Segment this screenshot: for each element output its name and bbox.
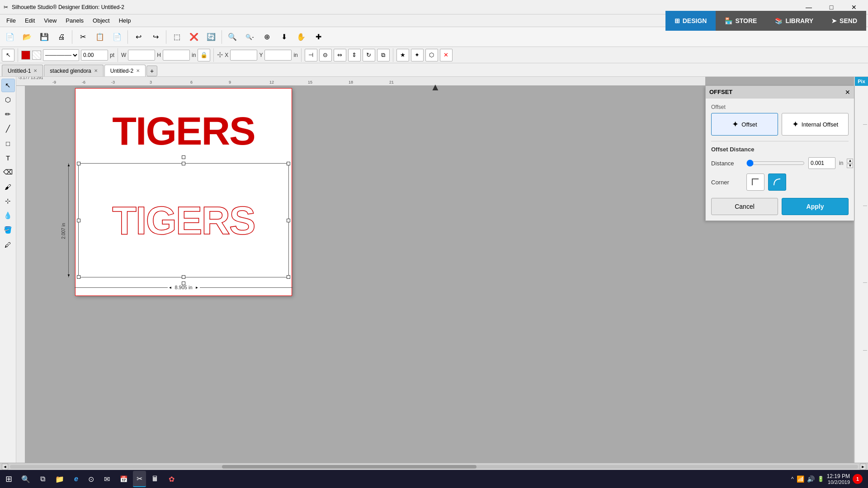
scroll-right-button[interactable]: ► — [860, 464, 866, 470]
pen-tool[interactable]: 🖊 — [1, 238, 15, 251]
horizontal-scrollbar[interactable]: ◄ ► — [0, 463, 868, 470]
tab-send[interactable]: ➤ SEND — [822, 11, 866, 31]
silhouette-button[interactable]: ✂ — [133, 471, 146, 487]
cancel-button[interactable]: Cancel — [711, 198, 778, 215]
group-button[interactable]: ⬚ — [169, 29, 185, 45]
delete-button[interactable]: ❌ — [186, 29, 202, 45]
height-input[interactable]: 2.005 — [163, 50, 190, 61]
distance-up-button[interactable]: ▲ — [847, 159, 853, 163]
save-button[interactable]: 💾 — [36, 29, 52, 45]
menu-edit[interactable]: Edit — [20, 15, 39, 26]
handle-rotate-top[interactable] — [182, 155, 185, 159]
flip-h-button[interactable]: ⇔ — [334, 49, 346, 61]
calendar-button[interactable]: 📅 — [115, 471, 132, 487]
node-tool[interactable]: ⬡ — [1, 93, 15, 107]
zoom-in-button[interactable]: 🔍 — [224, 29, 241, 45]
download-button[interactable]: ⬇ — [276, 29, 292, 45]
fill-tool[interactable]: 🪣 — [1, 223, 15, 237]
lock-aspect-button[interactable]: 🔒 — [198, 49, 210, 61]
stroke-color-swatch[interactable] — [21, 51, 30, 60]
menu-object[interactable]: Object — [88, 15, 114, 26]
tab-close-icon[interactable]: ✕ — [33, 68, 37, 73]
network-icon[interactable]: 📶 — [797, 475, 804, 483]
pointer-tool[interactable]: ↖ — [1, 79, 15, 92]
fill-color-swatch[interactable] — [32, 51, 41, 60]
style-button[interactable]: ★ — [396, 49, 409, 61]
crosshair-button[interactable]: ✚ — [310, 29, 326, 45]
menu-help[interactable]: Help — [114, 15, 136, 26]
calculator-button[interactable]: 🖩 — [147, 471, 163, 487]
search-button[interactable]: 🔍 — [17, 471, 35, 487]
scroll-arrow-up[interactable]: ▲ — [430, 81, 440, 93]
paint-tool[interactable]: 🖌 — [1, 180, 15, 193]
open-button[interactable]: 📂 — [19, 29, 35, 45]
clock-area[interactable]: 12:19 PM 10/2/2019 — [827, 473, 850, 485]
zoom-out-button[interactable]: 🔍- — [241, 29, 258, 45]
apply-button[interactable]: Apply — [782, 198, 849, 215]
zoom-fit-button[interactable]: ⊕ — [259, 29, 275, 45]
corner-round-button[interactable] — [768, 174, 786, 191]
align-center-button[interactable]: ⊝ — [319, 49, 332, 61]
text-tool[interactable]: T — [1, 151, 15, 164]
tab-stacked-glendora[interactable]: stacked glendora ✕ — [44, 65, 103, 76]
tab-library[interactable]: 📚 LIBRARY — [766, 11, 822, 31]
cut-button[interactable]: ✂ — [75, 29, 91, 45]
eyedrop-tool[interactable]: 💧 — [1, 209, 15, 222]
copy-button[interactable]: 📋 — [92, 29, 108, 45]
scroll-thumb[interactable] — [222, 465, 476, 469]
start-button[interactable]: ⊞ — [2, 471, 16, 487]
menu-file[interactable]: File — [2, 15, 20, 26]
task-view-button[interactable]: ⧉ — [36, 471, 50, 487]
select-tool-button[interactable]: ↖ — [2, 49, 14, 61]
distance-slider[interactable] — [746, 160, 805, 167]
add-tab-button[interactable]: + — [146, 66, 157, 76]
outlook-button[interactable]: ✉ — [99, 471, 114, 487]
distance-value-input[interactable]: 0.001 — [808, 157, 835, 169]
line-style-select[interactable]: ──────── — [43, 49, 79, 61]
menu-panels[interactable]: Panels — [61, 15, 88, 26]
volume-icon[interactable]: 🔊 — [807, 475, 815, 483]
tab-untitled2[interactable]: Untitled-2 ✕ — [104, 65, 146, 76]
x-input[interactable]: 1.226 — [230, 50, 257, 61]
delete-shape-button[interactable]: ✕ — [440, 49, 453, 61]
edge-button[interactable]: e — [70, 471, 83, 487]
arrange-button[interactable]: ⧉ — [377, 49, 390, 61]
corner-sharp-button[interactable] — [746, 174, 764, 191]
crop-tool[interactable]: ⊹ — [1, 194, 15, 208]
stroke-width-input[interactable]: 0.00 — [81, 50, 108, 61]
redo-button[interactable]: ↪ — [147, 29, 164, 45]
align-left-button[interactable]: ⊣ — [305, 49, 317, 61]
distance-spinner[interactable]: ▲ ▼ — [847, 159, 853, 168]
chrome-button[interactable]: ⊙ — [84, 471, 99, 487]
battery-icon[interactable]: 🔋 — [817, 476, 824, 482]
tab-design[interactable]: ⊞ DESIGN — [665, 11, 716, 31]
notification-badge[interactable]: 1 — [853, 474, 863, 484]
internal-offset-type-button[interactable]: ✦ Internal Offset — [782, 113, 849, 136]
tab-close-icon[interactable]: ✕ — [136, 68, 140, 73]
menu-view[interactable]: View — [39, 15, 61, 26]
undo-button[interactable]: ↩ — [130, 29, 146, 45]
effects-button[interactable]: ✦ — [411, 49, 424, 61]
rotate-button[interactable]: ↻ — [363, 49, 375, 61]
silhouette2-button[interactable]: ✿ — [164, 471, 179, 487]
erase-tool[interactable]: ⌫ — [1, 165, 15, 179]
canvas-area[interactable]: -3.177 13.291 -9 -6 -3 3 6 9 12 15 18 21… — [16, 77, 854, 463]
print-button[interactable]: 🖨 — [53, 29, 70, 45]
pix-tab[interactable]: Pix — [855, 77, 868, 86]
new-button[interactable]: 📄 — [2, 29, 18, 45]
paste-button[interactable]: 📄 — [109, 29, 125, 45]
offset-type-button[interactable]: ✦ Offset — [711, 113, 778, 136]
tab-close-icon[interactable]: ✕ — [94, 68, 98, 73]
tab-untitled1[interactable]: Untitled-1 ✕ — [2, 65, 43, 76]
line-tool[interactable]: ╱ — [1, 122, 15, 136]
replicate-button[interactable]: 🔄 — [203, 29, 219, 45]
hand-tool-button[interactable]: ✋ — [293, 29, 309, 45]
offset-close-button[interactable]: ✕ — [845, 89, 850, 96]
scroll-left-button[interactable]: ◄ — [2, 464, 8, 470]
file-explorer-button[interactable]: 📁 — [51, 471, 69, 487]
tray-expand-button[interactable]: ^ — [791, 476, 794, 482]
tab-store[interactable]: 🏪 STORE — [716, 11, 766, 31]
flip-v-button[interactable]: ⇕ — [348, 49, 361, 61]
sketch-tool[interactable]: ✏ — [1, 108, 15, 121]
width-input[interactable]: 8.903 — [128, 50, 155, 61]
